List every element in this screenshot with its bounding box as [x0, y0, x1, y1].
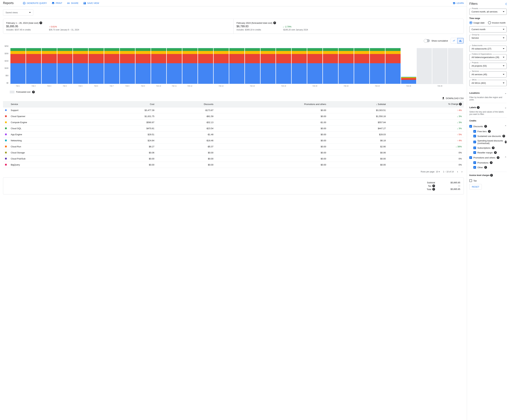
spending-based-checkbox[interactable]: Spending based discounts (contractual) ? [473, 138, 507, 145]
help-icon[interactable]: ? [477, 106, 479, 109]
table-row[interactable]: Cloud Spanner $1,631.75 -$81.59 $0.00 $1… [3, 113, 464, 120]
chart-bar[interactable]: Feb 9 [135, 45, 151, 84]
reseller-margin-checkbox[interactable]: Reseller margin ? [473, 150, 507, 155]
table-row[interactable]: App Engine $29.51 -$1.48 $0.00 $28.03 ↑ … [3, 132, 464, 138]
prev-page-button[interactable]: ‹ [457, 170, 458, 173]
table-row[interactable]: Networking $24.64 -$18.46 $0.00 $6.18 ↑ … [3, 138, 464, 144]
chart-bar[interactable] [385, 45, 401, 84]
usage-date-radio[interactable]: Usage date [469, 21, 485, 24]
help-icon[interactable]: ? [492, 147, 494, 149]
help-icon[interactable]: ? [490, 161, 493, 164]
print-button[interactable]: PRINT [52, 2, 62, 5]
help-icon[interactable]: ? [32, 91, 35, 93]
help-icon[interactable]: ? [432, 188, 435, 191]
help-icon[interactable]: ? [488, 130, 491, 133]
column-service[interactable]: Service [9, 101, 97, 107]
table-row[interactable]: Cloud SQL $470.81 -$23.54 $0.00 $447.27 … [3, 126, 464, 132]
generate-query-button[interactable]: GENERATE QUERY [23, 2, 47, 5]
table-row[interactable]: Support $3,477.39 -$173.87 $0.00 $3,303.… [3, 107, 464, 113]
chart-bar[interactable]: Feb 18 [276, 45, 291, 84]
help-icon[interactable]: ? [502, 135, 505, 137]
column-cost[interactable]: Cost [97, 101, 156, 107]
labels-section[interactable]: Labels ? ⌄ [469, 105, 507, 110]
help-icon[interactable]: ? [39, 22, 42, 24]
cumulative-toggle[interactable] [424, 39, 430, 42]
chart-bar[interactable] [323, 45, 338, 84]
projects-dropdown[interactable]: Projects All projects (53) [469, 63, 507, 69]
promotions-group[interactable]: Promotions and others ? ⌃ [469, 155, 507, 160]
chart-bar[interactable]: Feb 5 [73, 45, 88, 84]
collapse-filters-button[interactable]: ›| [505, 2, 507, 5]
reset-filters-button[interactable]: RESET [469, 184, 482, 190]
share-button[interactable]: SHARE [67, 2, 79, 5]
table-row[interactable]: Cloud Run $8.27 -$5.37 $0.00 $2.90 ↓ 38% [3, 144, 464, 150]
column-change[interactable]: % Change ? [388, 101, 464, 107]
skus-dropdown[interactable]: SKUs All SKUs (402) [469, 80, 507, 86]
chart-bar[interactable]: Feb 4 [57, 45, 73, 84]
chart-bar[interactable]: Feb 2 [26, 45, 41, 84]
chart-bar[interactable]: Feb 1 [10, 45, 26, 84]
chart-bar[interactable] [292, 45, 307, 84]
group-by-dropdown[interactable]: Group by Service [469, 35, 507, 41]
chart-bar[interactable]: Feb 3 [42, 45, 57, 84]
help-icon[interactable]: ? [273, 22, 276, 24]
column-promotions[interactable]: Promotions and others [215, 101, 328, 107]
chart-bar[interactable]: Feb 22 [339, 45, 354, 84]
free-tiers-checkbox[interactable]: Free tiers ? [473, 129, 507, 134]
chart-bar[interactable]: Feb 14 [214, 45, 229, 84]
help-icon[interactable]: ? [459, 103, 462, 105]
chart-bar[interactable] [198, 45, 213, 84]
help-icon[interactable]: ? [490, 174, 493, 177]
table-row[interactable]: Cloud Pub/Sub $0.00 $0.00 $0.00 $0.00 0% [3, 156, 464, 162]
table-row[interactable]: Cloud Storage $0.06 $0.00 $0.00 $0.06 0% [3, 150, 464, 156]
checkbox-checked-icon[interactable] [469, 156, 472, 159]
promotions-checkbox[interactable]: Promotions ? [473, 160, 507, 165]
learn-button[interactable]: LEARN [452, 2, 464, 5]
help-icon[interactable]: ? [494, 151, 497, 154]
chart-bar[interactable] [229, 45, 244, 84]
help-icon[interactable]: ? [484, 166, 487, 169]
chart-bar[interactable] [261, 45, 276, 84]
help-icon[interactable]: ? [497, 156, 499, 159]
chart-bar[interactable]: Feb 11 [167, 45, 182, 84]
checkbox-checked-icon[interactable] [469, 125, 472, 128]
table-row[interactable]: Compute Engine $590.97 -$32.13 -$1.00 $5… [3, 120, 464, 126]
chart-bar[interactable] [354, 45, 369, 84]
help-icon[interactable]: ? [484, 125, 487, 128]
column-subtotal[interactable]: ↓ Subtotal [328, 101, 388, 107]
chart-bar[interactable] [448, 45, 463, 84]
chart-bar[interactable]: Feb 6 [89, 45, 104, 84]
save-view-button[interactable]: SAVE VIEW [83, 2, 99, 5]
services-dropdown[interactable]: Services All services (45) [469, 71, 507, 78]
discounts-group[interactable]: Discounts ? ⌃ [469, 124, 507, 129]
other-checkbox[interactable]: Other ? [473, 165, 507, 170]
help-icon[interactable]: ? [505, 141, 507, 143]
chart-bar[interactable]: Feb 26 [401, 45, 416, 84]
chart-bar[interactable]: Feb 8 [120, 45, 135, 84]
rows-per-page-select[interactable]: 10 ▾ [436, 171, 440, 173]
line-chart-button[interactable] [451, 38, 457, 43]
presets-dropdown[interactable]: Presets Current month, all services [469, 8, 507, 15]
chart-bar[interactable]: Feb 24 [370, 45, 385, 84]
invoice-month-radio[interactable]: Invoice month [488, 21, 506, 24]
chart-bar[interactable] [417, 45, 432, 84]
locations-section[interactable]: Locations ⌄ [469, 91, 507, 95]
chart-bar[interactable]: Feb 7 [104, 45, 119, 84]
subaccounts-dropdown[interactable]: Subaccounts All subaccounts (27) [469, 45, 507, 52]
folders-dropdown[interactable]: Folders & Organizations All folders/orga… [469, 54, 507, 60]
chart-bar[interactable]: Feb 16 [245, 45, 260, 84]
time-range-dropdown[interactable]: Current month [469, 26, 507, 32]
chart-bar[interactable]: Feb 20 [307, 45, 322, 84]
subscriptions-checkbox[interactable]: Subscriptions ? [473, 145, 507, 150]
table-row[interactable]: BigQuery $0.00 $0.00 $0.00 $0.00 0% [3, 162, 464, 168]
sustained-use-checkbox[interactable]: Sustained use discounts ? [473, 134, 507, 138]
tax-checkbox[interactable]: Tax [469, 178, 507, 183]
help-icon[interactable]: ? [432, 185, 435, 187]
chart-bar[interactable]: Feb 28 [432, 45, 448, 84]
next-page-button[interactable]: › [461, 170, 462, 173]
bar-chart-button[interactable] [457, 38, 464, 43]
chart-bar[interactable]: Feb 12 [182, 45, 198, 84]
chart-bar[interactable]: Feb 10 [151, 45, 166, 84]
column-discounts[interactable]: Discounts [156, 101, 215, 107]
saved-views-dropdown[interactable]: Saved views [3, 9, 33, 16]
